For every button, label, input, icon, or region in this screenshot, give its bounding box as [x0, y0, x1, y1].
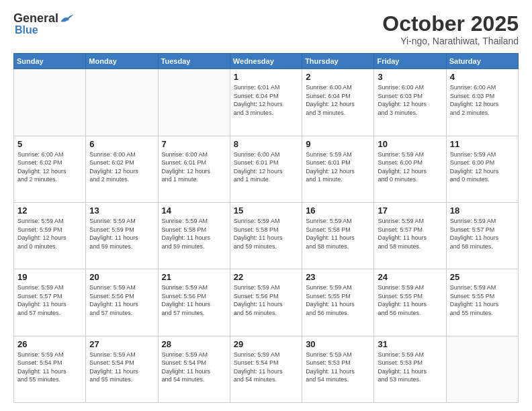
- calendar-cell: 6Sunrise: 6:00 AM Sunset: 6:02 PM Daylig…: [86, 136, 158, 202]
- day-number: 20: [89, 272, 154, 282]
- calendar-cell: 2Sunrise: 6:00 AM Sunset: 6:04 PM Daylig…: [302, 69, 374, 136]
- day-info: Sunrise: 6:00 AM Sunset: 6:02 PM Dayligh…: [17, 150, 82, 184]
- day-info: Sunrise: 5:59 AM Sunset: 6:01 PM Dayligh…: [306, 150, 370, 184]
- day-info: Sunrise: 6:00 AM Sunset: 6:04 PM Dayligh…: [306, 83, 370, 117]
- day-number: 1: [234, 72, 298, 82]
- day-number: 21: [162, 272, 226, 282]
- day-info: Sunrise: 5:59 AM Sunset: 5:58 PM Dayligh…: [162, 217, 226, 250]
- day-number: 8: [234, 139, 298, 149]
- calendar-cell: 27Sunrise: 5:59 AM Sunset: 5:54 PM Dayli…: [86, 336, 158, 402]
- day-info: Sunrise: 5:59 AM Sunset: 5:55 PM Dayligh…: [378, 283, 442, 317]
- day-info: Sunrise: 5:59 AM Sunset: 5:57 PM Dayligh…: [378, 217, 442, 250]
- day-info: Sunrise: 6:00 AM Sunset: 6:01 PM Dayligh…: [162, 150, 226, 184]
- day-info: Sunrise: 5:59 AM Sunset: 5:54 PM Dayligh…: [162, 351, 226, 384]
- week-row-5: 26Sunrise: 5:59 AM Sunset: 5:54 PM Dayli…: [14, 336, 519, 402]
- weekday-wednesday: Wednesday: [230, 54, 302, 69]
- day-number: 6: [89, 139, 154, 149]
- logo: General Blue: [13, 12, 75, 36]
- day-info: Sunrise: 5:59 AM Sunset: 5:55 PM Dayligh…: [306, 283, 370, 317]
- calendar-cell: 17Sunrise: 5:59 AM Sunset: 5:57 PM Dayli…: [374, 202, 446, 269]
- day-info: Sunrise: 5:59 AM Sunset: 6:00 PM Dayligh…: [378, 150, 442, 184]
- day-info: Sunrise: 5:59 AM Sunset: 6:00 PM Dayligh…: [450, 150, 515, 184]
- calendar-cell: 20Sunrise: 5:59 AM Sunset: 5:56 PM Dayli…: [86, 269, 158, 336]
- weekday-thursday: Thursday: [302, 54, 374, 69]
- page: General Blue October 2025 Yi-ngo, Narath…: [0, 0, 532, 411]
- day-number: 27: [89, 339, 154, 349]
- day-number: 10: [378, 139, 442, 149]
- day-info: Sunrise: 5:59 AM Sunset: 5:56 PM Dayligh…: [89, 283, 154, 317]
- weekday-saturday: Saturday: [446, 54, 518, 69]
- title-area: October 2025 Yi-ngo, Narathiwat, Thailan…: [382, 12, 519, 46]
- day-number: 12: [17, 205, 82, 216]
- calendar-cell: 5Sunrise: 6:00 AM Sunset: 6:02 PM Daylig…: [14, 136, 86, 202]
- day-info: Sunrise: 6:00 AM Sunset: 6:03 PM Dayligh…: [378, 83, 442, 117]
- day-number: 17: [378, 205, 442, 216]
- subtitle: Yi-ngo, Narathiwat, Thailand: [382, 36, 519, 46]
- day-info: Sunrise: 5:59 AM Sunset: 5:59 PM Dayligh…: [89, 217, 154, 250]
- month-title: October 2025: [382, 12, 519, 36]
- week-row-3: 12Sunrise: 5:59 AM Sunset: 5:59 PM Dayli…: [14, 202, 519, 269]
- day-number: 5: [17, 139, 82, 149]
- day-number: 14: [162, 205, 226, 216]
- calendar-cell: 12Sunrise: 5:59 AM Sunset: 5:59 PM Dayli…: [14, 202, 86, 269]
- day-info: Sunrise: 5:59 AM Sunset: 5:59 PM Dayligh…: [17, 217, 82, 250]
- day-number: 29: [234, 339, 298, 349]
- day-info: Sunrise: 5:59 AM Sunset: 5:57 PM Dayligh…: [450, 217, 515, 250]
- day-info: Sunrise: 5:59 AM Sunset: 5:54 PM Dayligh…: [234, 351, 298, 384]
- calendar-cell: 9Sunrise: 5:59 AM Sunset: 6:01 PM Daylig…: [302, 136, 374, 202]
- calendar-cell: 10Sunrise: 5:59 AM Sunset: 6:00 PM Dayli…: [374, 136, 446, 202]
- weekday-monday: Monday: [86, 54, 158, 69]
- logo-general-text: General: [13, 12, 58, 24]
- day-number: 16: [306, 205, 370, 216]
- calendar-cell: 30Sunrise: 5:59 AM Sunset: 5:53 PM Dayli…: [302, 336, 374, 402]
- day-number: 4: [450, 72, 515, 82]
- day-number: 15: [234, 205, 298, 216]
- day-info: Sunrise: 5:59 AM Sunset: 5:55 PM Dayligh…: [450, 283, 515, 317]
- day-info: Sunrise: 6:00 AM Sunset: 6:01 PM Dayligh…: [234, 150, 298, 184]
- week-row-4: 19Sunrise: 5:59 AM Sunset: 5:57 PM Dayli…: [14, 269, 519, 336]
- day-number: 24: [378, 272, 442, 282]
- day-number: 31: [378, 339, 442, 349]
- calendar-cell: [158, 69, 230, 136]
- calendar-cell: 31Sunrise: 5:59 AM Sunset: 5:53 PM Dayli…: [374, 336, 446, 402]
- day-number: 13: [89, 205, 154, 216]
- day-number: 18: [450, 205, 515, 216]
- calendar-cell: 15Sunrise: 5:59 AM Sunset: 5:58 PM Dayli…: [230, 202, 302, 269]
- calendar-cell: 18Sunrise: 5:59 AM Sunset: 5:57 PM Dayli…: [446, 202, 518, 269]
- day-info: Sunrise: 5:59 AM Sunset: 5:58 PM Dayligh…: [234, 217, 298, 250]
- weekday-friday: Friday: [374, 54, 446, 69]
- weekday-header-row: SundayMondayTuesdayWednesdayThursdayFrid…: [14, 54, 519, 69]
- day-info: Sunrise: 6:01 AM Sunset: 6:04 PM Dayligh…: [234, 83, 298, 117]
- calendar-cell: 21Sunrise: 5:59 AM Sunset: 5:56 PM Dayli…: [158, 269, 230, 336]
- day-info: Sunrise: 6:00 AM Sunset: 6:03 PM Dayligh…: [450, 83, 515, 117]
- day-info: Sunrise: 5:59 AM Sunset: 5:53 PM Dayligh…: [306, 351, 370, 384]
- calendar-cell: 16Sunrise: 5:59 AM Sunset: 5:58 PM Dayli…: [302, 202, 374, 269]
- day-number: 19: [17, 272, 82, 282]
- day-info: Sunrise: 5:59 AM Sunset: 5:53 PM Dayligh…: [378, 351, 442, 384]
- calendar-cell: 8Sunrise: 6:00 AM Sunset: 6:01 PM Daylig…: [230, 136, 302, 202]
- calendar-cell: 19Sunrise: 5:59 AM Sunset: 5:57 PM Dayli…: [14, 269, 86, 336]
- calendar-cell: 3Sunrise: 6:00 AM Sunset: 6:03 PM Daylig…: [374, 69, 446, 136]
- calendar-cell: [14, 69, 86, 136]
- week-row-1: 1Sunrise: 6:01 AM Sunset: 6:04 PM Daylig…: [14, 69, 519, 136]
- day-info: Sunrise: 5:59 AM Sunset: 5:54 PM Dayligh…: [89, 351, 154, 384]
- day-info: Sunrise: 5:59 AM Sunset: 5:57 PM Dayligh…: [17, 283, 82, 317]
- header: General Blue October 2025 Yi-ngo, Narath…: [13, 12, 519, 46]
- day-number: 2: [306, 72, 370, 82]
- day-number: 30: [306, 339, 370, 349]
- logo-blue-text: Blue: [15, 24, 38, 36]
- day-number: 22: [234, 272, 298, 282]
- calendar-cell: [86, 69, 158, 136]
- day-number: 3: [378, 72, 442, 82]
- calendar-cell: 25Sunrise: 5:59 AM Sunset: 5:55 PM Dayli…: [446, 269, 518, 336]
- day-info: Sunrise: 5:59 AM Sunset: 5:54 PM Dayligh…: [17, 351, 82, 384]
- day-number: 25: [450, 272, 515, 282]
- day-number: 9: [306, 139, 370, 149]
- day-info: Sunrise: 5:59 AM Sunset: 5:56 PM Dayligh…: [234, 283, 298, 317]
- calendar-cell: 4Sunrise: 6:00 AM Sunset: 6:03 PM Daylig…: [446, 69, 518, 136]
- day-number: 28: [162, 339, 226, 349]
- calendar-cell: [446, 336, 518, 402]
- weekday-tuesday: Tuesday: [158, 54, 230, 69]
- day-number: 7: [162, 139, 226, 149]
- calendar-cell: 7Sunrise: 6:00 AM Sunset: 6:01 PM Daylig…: [158, 136, 230, 202]
